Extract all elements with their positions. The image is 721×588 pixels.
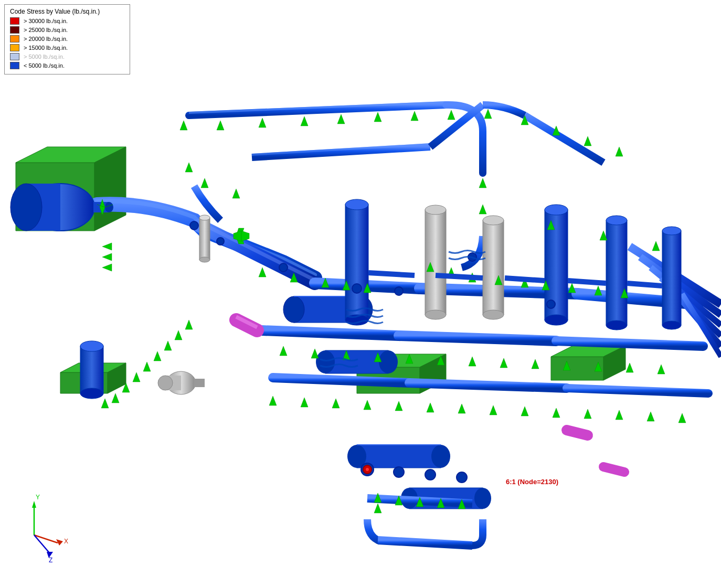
svg-point-72 xyxy=(425,310,446,319)
legend-label: > 15000 lb./sq.in. xyxy=(24,45,68,51)
svg-point-87 xyxy=(199,257,210,262)
svg-line-212 xyxy=(627,283,662,286)
svg-point-62 xyxy=(431,445,450,468)
legend-swatch xyxy=(10,53,19,60)
main-viewport: Y X Z Code Stress by Value (lb./sq.in.) … xyxy=(0,0,721,588)
svg-line-106 xyxy=(567,430,588,435)
legend-swatch xyxy=(10,26,19,34)
legend-item: > 15000 lb./sq.in. xyxy=(10,44,124,51)
svg-line-38 xyxy=(567,388,708,393)
svg-point-17 xyxy=(105,202,113,212)
legend-label: > 20000 lb./sq.in. xyxy=(24,36,68,42)
svg-line-211 xyxy=(568,281,606,283)
legend-item: > 30000 lb./sq.in. xyxy=(10,17,124,25)
svg-point-112 xyxy=(395,287,403,295)
svg-rect-70 xyxy=(425,210,446,315)
svg-point-75 xyxy=(483,310,504,319)
svg-rect-82 xyxy=(662,231,681,325)
svg-point-59 xyxy=(379,350,398,373)
svg-line-107 xyxy=(603,467,624,472)
legend-title: Code Stress by Value (lb./sq.in.) xyxy=(10,8,124,15)
svg-point-93 xyxy=(158,376,173,390)
legend-item: > 5000 lb./sq.in. xyxy=(10,53,124,60)
svg-rect-88 xyxy=(80,346,103,393)
svg-point-66 xyxy=(474,488,491,509)
legend-label: > 25000 lb./sq.in. xyxy=(24,27,68,33)
svg-point-71 xyxy=(425,205,446,215)
svg-point-80 xyxy=(606,216,627,225)
legend-swatch xyxy=(10,44,19,51)
svg-text:Y: Y xyxy=(36,494,40,501)
svg-line-37 xyxy=(409,383,567,388)
svg-rect-79 xyxy=(606,220,627,325)
legend-swatch xyxy=(10,17,19,25)
svg-point-117 xyxy=(394,467,404,477)
svg-line-102 xyxy=(378,540,472,546)
svg-line-34 xyxy=(399,336,556,341)
svg-line-210 xyxy=(505,278,545,281)
legend-label: > 30000 lb./sq.in. xyxy=(24,18,68,24)
svg-point-214 xyxy=(366,468,369,471)
svg-point-68 xyxy=(345,199,368,210)
svg-point-84 xyxy=(662,321,681,329)
legend-label: > 5000 lb./sq.in. xyxy=(24,54,65,60)
legend-label: < 5000 lb./sq.in. xyxy=(24,62,65,69)
svg-point-15 xyxy=(10,184,42,231)
svg-point-86 xyxy=(199,215,210,220)
pipeline-visualization: Y X Z xyxy=(0,0,721,588)
svg-point-108 xyxy=(190,221,198,230)
svg-point-110 xyxy=(279,263,288,272)
legend-items: > 30000 lb./sq.in.> 25000 lb./sq.in.> 20… xyxy=(10,17,124,69)
svg-point-81 xyxy=(606,320,627,330)
svg-point-54 xyxy=(283,296,304,323)
svg-text:Z: Z xyxy=(49,557,52,564)
legend-item: < 5000 lb./sq.in. xyxy=(10,62,124,69)
svg-point-119 xyxy=(457,472,467,483)
legend-item: > 20000 lb./sq.in. xyxy=(10,35,124,42)
svg-point-77 xyxy=(545,205,568,215)
svg-line-208 xyxy=(368,273,415,275)
svg-rect-73 xyxy=(483,220,504,315)
svg-text:X: X xyxy=(64,538,68,545)
svg-point-109 xyxy=(217,238,224,245)
svg-point-58 xyxy=(316,350,335,373)
legend-swatch xyxy=(10,62,19,69)
legend-item: > 25000 lb./sq.in. xyxy=(10,26,124,34)
svg-point-78 xyxy=(545,315,568,325)
svg-line-209 xyxy=(436,275,483,278)
svg-rect-85 xyxy=(199,218,210,260)
svg-point-118 xyxy=(425,469,436,480)
svg-point-83 xyxy=(662,227,681,235)
svg-rect-94 xyxy=(194,379,205,387)
svg-line-33 xyxy=(262,330,399,336)
legend-swatch xyxy=(10,35,19,42)
svg-point-111 xyxy=(352,284,362,293)
legend-box: Code Stress by Value (lb./sq.in.) > 3000… xyxy=(4,4,130,74)
svg-point-74 xyxy=(483,216,504,225)
node-label: 6:1 (Node=2130) xyxy=(506,478,558,486)
svg-point-114 xyxy=(547,300,555,308)
